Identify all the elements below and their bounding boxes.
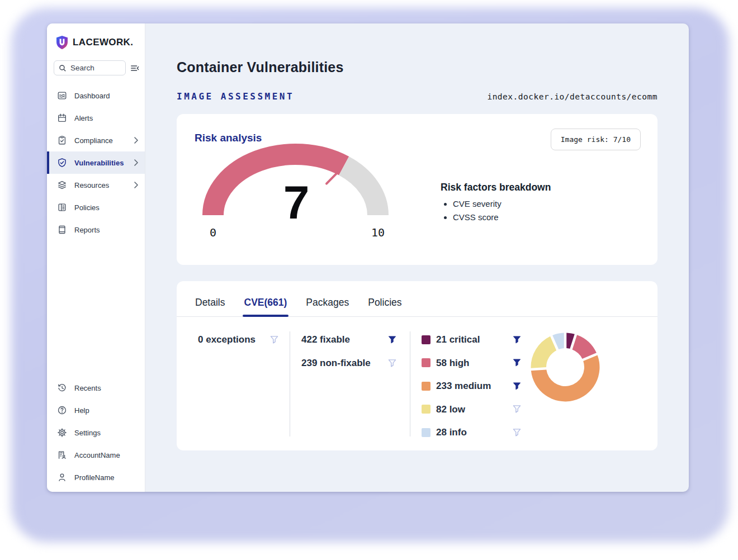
cve-details-card: Details CVE(661) Packages Policies 0 exc… — [177, 281, 657, 450]
exceptions-stat: 0 exceptions — [198, 333, 278, 347]
image-path: index.docker.io/detaccounts/ecomm — [487, 92, 657, 101]
sidebar-item-settings[interactable]: Settings — [47, 421, 145, 444]
high-label: 58 high — [436, 356, 470, 370]
sidebar-item-vulnerabilities[interactable]: Vulnerabilities — [47, 151, 145, 174]
high-swatch — [422, 358, 430, 367]
risk-gauge: 7 0 10 — [201, 143, 391, 243]
filter-icon[interactable] — [513, 428, 521, 437]
tab-details[interactable]: Details — [195, 297, 225, 316]
sidebar-item-reports[interactable]: Reports — [47, 219, 145, 241]
critical-swatch — [422, 335, 430, 344]
compliance-icon — [57, 135, 67, 145]
sidebar-item-label: Dashboard — [74, 92, 110, 100]
info-swatch — [422, 428, 430, 437]
sidebar-item-profile[interactable]: ProfileName — [47, 466, 145, 488]
filter-icon[interactable] — [513, 358, 521, 367]
section-label: IMAGE ASSESSMENT — [177, 91, 294, 102]
severity-row-critical: 21 critical — [422, 333, 521, 347]
sidebar-item-help[interactable]: Help — [47, 399, 145, 421]
vulnerabilities-shield-icon — [57, 158, 67, 168]
tab-policies[interactable]: Policies — [368, 297, 401, 316]
account-building-icon — [57, 450, 67, 460]
sidebar-item-alerts[interactable]: Alerts — [47, 107, 145, 129]
search-box[interactable] — [54, 60, 126, 75]
sidebar-item-label: Settings — [74, 429, 101, 437]
search-input[interactable] — [70, 64, 115, 72]
gauge-track-arc — [344, 166, 378, 215]
sidebar-footer: Recents Help — [47, 377, 145, 492]
gauge-max-label: 10 — [371, 226, 385, 239]
sidebar-item-policies[interactable]: Policies — [47, 196, 145, 219]
donut-slice-low[interactable] — [531, 336, 557, 368]
non-fixable-stat: 239 non-fixable — [301, 356, 396, 370]
filter-icon[interactable] — [513, 405, 521, 414]
resources-layers-icon — [57, 180, 67, 190]
medium-swatch — [422, 382, 430, 391]
gauge-value: 7 — [283, 176, 310, 229]
gauge-needle-tick — [327, 172, 338, 183]
sidebar-item-label: Compliance — [74, 136, 113, 145]
severity-row-medium: 233 medium — [422, 379, 521, 393]
sidebar-item-dashboard[interactable]: Dashboard — [47, 84, 145, 107]
sidebar-item-label: ProfileName — [74, 473, 115, 482]
severity-donut-chart — [531, 333, 600, 436]
risk-analysis-card: Risk analysis Image risk: 7/10 7 0 10 Ri… — [177, 114, 657, 265]
help-icon — [57, 405, 67, 415]
chevron-right-icon — [134, 159, 138, 166]
sidebar: LACEWORK. — [47, 23, 145, 492]
filter-icon[interactable] — [513, 335, 521, 344]
sidebar-item-label: Reports — [74, 226, 100, 234]
chevron-right-icon — [134, 182, 138, 188]
medium-label: 233 medium — [436, 379, 491, 393]
sidebar-item-label: Help — [74, 406, 89, 415]
sidebar-collapse-icon[interactable] — [130, 64, 139, 73]
image-risk-badge: Image risk: 7/10 — [551, 129, 641, 150]
sidebar-item-label: Resources — [74, 181, 109, 189]
page-title: Container Vulnerabilities — [177, 59, 657, 75]
severity-row-high: 58 high — [422, 356, 521, 370]
filter-icon[interactable] — [388, 335, 396, 344]
recents-history-icon — [57, 383, 67, 393]
non-fixable-label: 239 non-fixable — [301, 356, 371, 370]
brand-logo: LACEWORK. — [47, 23, 145, 55]
sidebar-item-resources[interactable]: Resources — [47, 174, 145, 196]
sidebar-item-label: Policies — [74, 203, 100, 212]
sidebar-item-account[interactable]: AccountName — [47, 444, 145, 466]
filter-icon[interactable] — [388, 359, 396, 368]
tabs: Details CVE(661) Packages Policies — [177, 281, 657, 317]
filter-icon[interactable] — [513, 382, 521, 391]
critical-label: 21 critical — [436, 333, 480, 347]
severity-row-low: 82 low — [422, 402, 521, 416]
sidebar-nav: Dashboard Alerts — [47, 84, 145, 241]
search-icon — [59, 64, 67, 72]
sidebar-item-recents[interactable]: Recents — [47, 377, 145, 399]
low-label: 82 low — [436, 402, 465, 416]
info-label: 28 info — [436, 425, 467, 439]
tab-packages[interactable]: Packages — [306, 297, 349, 316]
dashboard-icon — [57, 91, 67, 101]
exceptions-label: 0 exceptions — [198, 333, 256, 347]
donut-slice-high[interactable] — [573, 335, 597, 359]
brand-name: LACEWORK. — [73, 37, 133, 48]
breakdown-item: CVE severity — [453, 199, 551, 208]
tab-cve[interactable]: CVE(661) — [244, 297, 287, 316]
breakdown-title: Risk factors breakdown — [441, 182, 551, 193]
lacework-shield-icon — [55, 35, 69, 50]
exceptions-column: 0 exceptions — [177, 331, 290, 436]
sidebar-item-label: Alerts — [74, 114, 93, 122]
gauge-min-label: 0 — [210, 226, 216, 239]
fixable-stat: 422 fixable — [301, 333, 396, 347]
severity-row-info: 28 info — [422, 425, 521, 439]
sidebar-item-label: Vulnerabilities — [74, 159, 124, 167]
breakdown-item: CVSS score — [453, 212, 551, 222]
settings-gear-icon — [57, 428, 67, 438]
filter-icon[interactable] — [270, 335, 278, 344]
severity-column: 21 critical 58 high — [410, 331, 521, 436]
app-window: LACEWORK. — [47, 23, 689, 492]
sidebar-item-compliance[interactable]: Compliance — [47, 129, 145, 151]
low-swatch — [422, 405, 430, 414]
main-content: Container Vulnerabilities IMAGE ASSESSME… — [145, 23, 689, 492]
chevron-right-icon — [134, 137, 138, 144]
risk-factors-breakdown: Risk factors breakdown CVE severity CVSS… — [441, 182, 551, 243]
alerts-icon — [57, 113, 67, 123]
